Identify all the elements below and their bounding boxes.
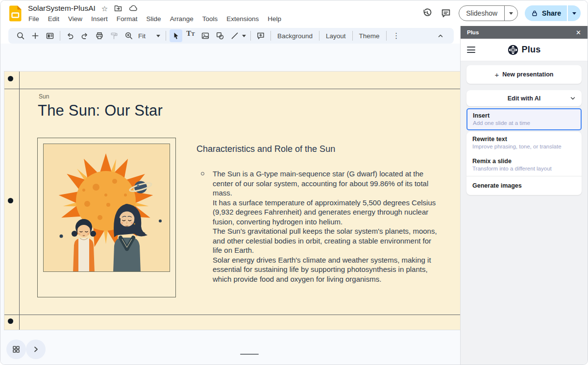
bullet-paragraph: The Sun's gravitational pull keeps the s… <box>213 226 437 255</box>
slide-heading[interactable]: Characteristics and Role of the Sun <box>196 144 335 154</box>
select-tool-button[interactable] <box>170 29 182 42</box>
background-button[interactable]: Background <box>273 30 317 42</box>
version-history-icon[interactable] <box>421 7 433 19</box>
slide-image-frame[interactable] <box>37 138 176 297</box>
next-slide-button[interactable] <box>26 340 46 359</box>
insert-shape-button[interactable] <box>214 29 226 42</box>
insert-image-button[interactable] <box>199 29 212 42</box>
slides-app-icon[interactable] <box>9 5 22 22</box>
notes-resize-handle[interactable] <box>240 354 259 355</box>
menu-extensions[interactable]: Extensions <box>222 14 263 24</box>
bullet-marker <box>201 172 204 175</box>
menu-file[interactable]: File <box>24 14 44 24</box>
menu-bar: File Edit View Insert Format Slide Arran… <box>24 14 286 24</box>
slide-decoration-hline-bottom <box>4 315 461 315</box>
toolbar-divider <box>166 31 166 41</box>
cloud-saved-icon[interactable] <box>128 4 138 13</box>
sidebar-brand-row: Plus <box>461 39 588 61</box>
zoom-in-button[interactable] <box>122 29 135 42</box>
plus-sidebar: Plus ✕ Plus + New presentation Edit with… <box>460 26 588 365</box>
paint-format-button[interactable] <box>108 29 121 42</box>
star-icon[interactable]: ☆ <box>101 5 108 12</box>
slideshow-split-button: Slideshow <box>459 5 518 21</box>
sidebar-item-insert[interactable]: Insert Add one slide at a time <box>466 108 582 130</box>
share-button[interactable]: Share <box>525 5 567 21</box>
comments-icon[interactable] <box>440 7 452 19</box>
slide-panel-icon[interactable] <box>44 29 56 42</box>
toolbar-divider <box>60 31 60 41</box>
sidebar-title: Plus <box>467 29 479 35</box>
toolbar-divider <box>352 31 353 41</box>
toolbar-divider <box>270 31 271 41</box>
header: SolarSystem-PlusAI ☆ File Edit View <box>0 0 588 26</box>
sidebar-menu: Rewrite text Improve phrasing, tone, or … <box>466 132 582 195</box>
sidebar-item-generate-images[interactable]: Generate images <box>466 176 582 195</box>
sidebar-titlebar: Plus ✕ <box>461 26 588 39</box>
bullet-paragraph: Solar energy drives Earth's climate and … <box>213 255 437 284</box>
toolbar-divider <box>319 31 319 41</box>
menu-insert[interactable]: Insert <box>87 14 112 24</box>
slide[interactable]: Sun The Sun: Our Star <box>4 72 461 330</box>
share-dropdown-button[interactable] <box>568 5 581 21</box>
chevron-down-icon <box>570 96 576 101</box>
insert-comment-button[interactable] <box>254 29 267 42</box>
new-presentation-button[interactable]: + New presentation <box>466 65 582 84</box>
app-window: SolarSystem-PlusAI ☆ File Edit View <box>0 0 588 365</box>
toolbar-divider <box>386 31 387 41</box>
bullet-paragraph: The Sun is a G-type main-sequence star (… <box>213 169 437 198</box>
move-folder-icon[interactable] <box>114 4 122 13</box>
bullet-paragraph: It has a surface temperature of approxim… <box>213 198 437 227</box>
zoom-value: Fit <box>138 32 146 40</box>
grid-view-button[interactable] <box>6 340 26 359</box>
theme-button[interactable]: Theme <box>355 30 384 42</box>
share-split-button: Share <box>525 5 581 21</box>
sidebar-body: + New presentation Edit with AI Insert A… <box>461 61 588 199</box>
line-dropdown-icon[interactable] <box>242 35 246 37</box>
slide-decoration-hline-top <box>4 89 461 89</box>
slide-decoration-dot <box>8 76 13 81</box>
layout-button[interactable]: Layout <box>322 30 350 42</box>
menu-help[interactable]: Help <box>263 14 286 24</box>
document-title[interactable]: SolarSystem-PlusAI <box>28 4 96 13</box>
slideshow-button[interactable]: Slideshow <box>459 9 504 17</box>
slide-eyebrow[interactable]: Sun <box>39 93 49 100</box>
sun-illustration <box>43 144 170 272</box>
insert-line-button[interactable] <box>228 29 241 42</box>
slide-canvas: Sun The Sun: Our Star <box>0 44 461 365</box>
chevron-down-icon <box>156 35 160 37</box>
undo-button[interactable] <box>64 29 76 42</box>
slide-title[interactable]: The Sun: Our Star <box>38 102 163 120</box>
more-toolbar-options-button[interactable]: ⋮ <box>390 29 403 42</box>
sidebar-item-remix-a-slide[interactable]: Remix a slide Transform into a different… <box>466 154 582 176</box>
plus-brand: Plus <box>508 45 541 55</box>
search-menus-button[interactable] <box>14 29 27 42</box>
plus-logo-icon <box>508 45 518 55</box>
document-title-row: SolarSystem-PlusAI ☆ <box>28 4 286 13</box>
menu-arrange[interactable]: Arrange <box>166 14 198 24</box>
redo-button[interactable] <box>78 29 91 42</box>
toolbar: Fit TT Background Layout Theme ⋮ <box>8 28 454 44</box>
slide-decoration-dot <box>8 318 13 324</box>
menu-edit[interactable]: Edit <box>44 14 64 24</box>
menu-slide[interactable]: Slide <box>142 14 166 24</box>
new-slide-button[interactable] <box>29 29 42 42</box>
hamburger-menu-icon[interactable] <box>467 47 475 53</box>
plus-icon: + <box>495 71 499 79</box>
edit-with-ai-dropdown[interactable]: Edit with AI <box>466 90 582 106</box>
slide-decoration-vline <box>19 72 20 330</box>
collapse-toolbar-button[interactable] <box>434 29 447 42</box>
sidebar-item-rewrite-text[interactable]: Rewrite text Improve phrasing, tone, or … <box>466 132 582 154</box>
menu-tools[interactable]: Tools <box>198 14 222 24</box>
lock-icon <box>531 9 539 17</box>
toolbar-divider <box>250 31 251 41</box>
menu-view[interactable]: View <box>64 14 87 24</box>
slide-body-text[interactable]: The Sun is a G-type main-sequence star (… <box>213 169 437 284</box>
close-icon[interactable]: ✕ <box>576 29 581 36</box>
slide-decoration-dot <box>8 198 13 203</box>
header-actions: Slideshow Share <box>421 0 588 21</box>
zoom-select[interactable]: Fit <box>136 32 163 40</box>
menu-format[interactable]: Format <box>112 14 142 24</box>
print-button[interactable] <box>93 29 106 42</box>
slideshow-dropdown-button[interactable] <box>505 5 517 21</box>
text-box-button[interactable]: TT <box>184 29 197 42</box>
